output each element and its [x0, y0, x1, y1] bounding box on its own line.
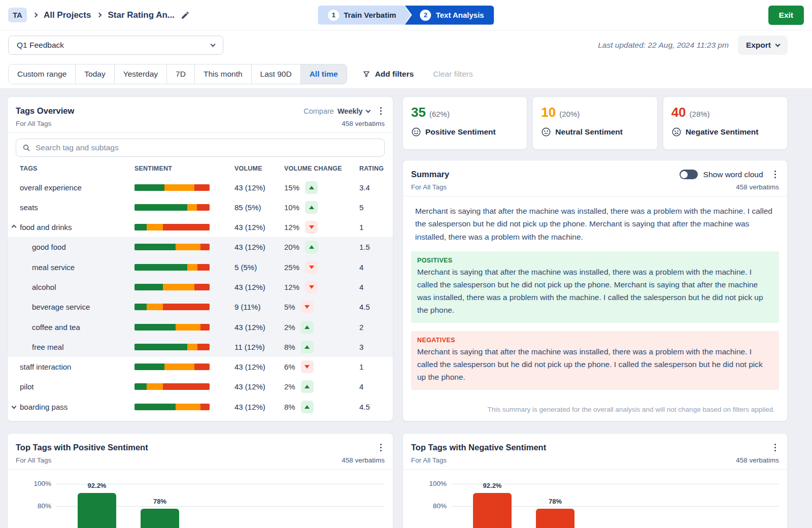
tag-label: alcohol [20, 283, 134, 291]
scope-label: For All Tags [16, 456, 51, 464]
trend-up-chip [301, 401, 314, 413]
verbatims-count: 458 verbatims [736, 456, 779, 464]
negatives-block: NEGATIVES Merchant is saying that after … [411, 331, 779, 390]
neutral-sentiment-label: Neutral Sentiment [555, 127, 623, 137]
dataset-value: Q1 Feedback [17, 41, 64, 50]
tag-label: meal service [20, 263, 134, 272]
volume-value: 43 (12%) [234, 243, 284, 251]
chart-bar[interactable]: 78% [536, 509, 574, 528]
chart-bar[interactable]: 78% [141, 509, 179, 528]
positive-sentiment-label: Positive Sentiment [425, 127, 496, 137]
word-cloud-toggle[interactable]: Show word cloud [680, 170, 763, 179]
summary-intro-text: Merchant is saying that after the machin… [415, 205, 775, 243]
compare-value: Weekly [337, 107, 363, 115]
breadcrumb-all-projects[interactable]: All Projects [44, 10, 91, 20]
volume-value: 5 (5%) [234, 263, 284, 272]
range-7d[interactable]: 7D [166, 64, 194, 84]
table-row[interactable]: pilot 43 (12%) 2% 4 [8, 377, 393, 397]
table-row[interactable]: alcohol 43 (12%) 12% 4 [8, 277, 393, 297]
breadcrumb-project-title: Star Rating An... [108, 10, 175, 20]
negative-sentiment-card: 40 (28%) Negative Sentiment [663, 96, 788, 150]
y-axis-tick: 80% [15, 502, 51, 510]
neutral-count: 10 [541, 105, 556, 120]
sentiment-bar [134, 344, 210, 350]
compare-select[interactable]: Compare Weekly [303, 107, 369, 115]
add-filters-button[interactable]: Add filters [362, 70, 414, 79]
expand-chevron-icon[interactable] [12, 404, 17, 409]
breadcrumb-chevron-icon [97, 13, 102, 18]
trend-down-chip [305, 221, 318, 234]
volume-change-value: 12% [284, 283, 299, 291]
verbatims-count: 458 verbatims [342, 456, 385, 464]
table-row[interactable]: seats 85 (5%) 10% 5 [8, 197, 393, 217]
range-all-time[interactable]: All time [300, 64, 347, 84]
verbatims-count: 458 verbatims [342, 120, 385, 127]
bar-value-label: 92.2% [463, 482, 522, 489]
rating-value: 4 [359, 283, 390, 291]
table-row[interactable]: meal service 5 (5%) 25% 4 [8, 257, 393, 277]
table-row[interactable]: beverage service 9 (11%) 5% 4.5 [8, 297, 393, 317]
table-row[interactable]: overall experience 43 (12%) 15% 3.4 [8, 177, 393, 197]
volume-value: 43 (12%) [234, 283, 284, 291]
dataset-select[interactable]: Q1 Feedback [8, 36, 223, 55]
range-this-month[interactable]: This month [194, 64, 251, 84]
trend-down-chip [305, 281, 318, 293]
tag-label: coffee and tea [20, 323, 134, 332]
chart-title: Top Tags with Positive Sentiment [16, 443, 377, 452]
table-header: TAGS SENTIMENT VOLUME VOLUME CHANGE RATI… [8, 160, 393, 177]
export-button[interactable]: Export [738, 36, 788, 55]
more-options-icon[interactable] [771, 442, 779, 453]
step-label: Text Analysis [436, 11, 484, 19]
sentiment-bar [134, 404, 210, 410]
volume-change-value: 25% [284, 263, 299, 272]
table-body: overall experience 43 (12%) 15% 3.4 seat… [8, 177, 393, 417]
app-logo: TA [8, 8, 27, 22]
rating-value: 2 [359, 323, 390, 332]
tag-label: beverage service [20, 303, 134, 311]
scope-label: For All Tags [411, 183, 447, 191]
range-last-90d[interactable]: Last 90D [251, 64, 300, 84]
filter-bar: Custom range Today Yesterday 7D This mon… [0, 60, 812, 89]
add-filters-label: Add filters [375, 70, 414, 79]
table-row[interactable]: coffee and tea 43 (12%) 2% 2 [8, 317, 393, 337]
step-label: Train Verbatim [344, 11, 396, 19]
volume-value: 11 (12%) [234, 343, 284, 351]
chevron-down-icon [775, 42, 781, 47]
range-today[interactable]: Today [75, 64, 114, 84]
scope-label: For All Tags [411, 456, 447, 464]
table-row[interactable]: food and drinks 43 (12%) 12% 1 [8, 217, 393, 237]
search-input[interactable] [16, 139, 385, 157]
edit-title-icon[interactable] [181, 11, 190, 20]
collapse-chevron-icon[interactable] [12, 224, 17, 229]
volume-change-value: 20% [284, 243, 299, 251]
toolbar: Q1 Feedback Last updated: 22 Aug, 2024 1… [0, 30, 812, 60]
table-row[interactable]: good food 43 (12%) 20% 1.5 [8, 237, 393, 257]
table-row[interactable]: staff interaction 43 (12%) 6% 1 [8, 357, 393, 377]
tag-label: food and drinks [20, 223, 134, 232]
sentiment-bar [134, 304, 210, 310]
triangle-up-icon [309, 245, 314, 249]
exit-button[interactable]: Exit [768, 6, 804, 25]
word-cloud-toggle-label: Show word cloud [703, 170, 763, 179]
step-train-verbatim[interactable]: 1 Train Verbatim [318, 6, 410, 25]
negatives-label: NEGATIVES [417, 337, 773, 344]
volume-change-value: 15% [284, 183, 299, 192]
range-yesterday[interactable]: Yesterday [114, 64, 166, 84]
trend-down-chip [301, 360, 314, 373]
chart-title: Top Tags with Negative Sentiment [411, 443, 771, 452]
clear-filters-button[interactable]: Clear filters [433, 70, 472, 79]
more-options-icon[interactable] [771, 169, 779, 180]
table-row[interactable]: boarding pass 43 (12%) 8% 4.5 [8, 397, 393, 417]
positive-sentiment-card: 35 (62%) Positive Sentiment [402, 96, 527, 150]
last-updated-text: Last updated: 22 Aug, 2024 11:23 pm [598, 41, 729, 50]
volume-value: 85 (5%) [234, 203, 284, 212]
more-options-icon[interactable] [377, 105, 385, 117]
table-row[interactable]: free meal 11 (12%) 8% 3 [8, 337, 393, 357]
tags-overview-title: Tags Overview [16, 106, 303, 116]
toggle-off-icon[interactable] [680, 170, 698, 179]
chart-bar[interactable]: 92.2% [473, 493, 512, 528]
step-text-analysis[interactable]: 2 Text Analysis [405, 6, 494, 25]
chart-bar[interactable]: 92.2% [78, 493, 116, 528]
range-custom-range[interactable]: Custom range [9, 64, 75, 84]
more-options-icon[interactable] [377, 442, 385, 453]
